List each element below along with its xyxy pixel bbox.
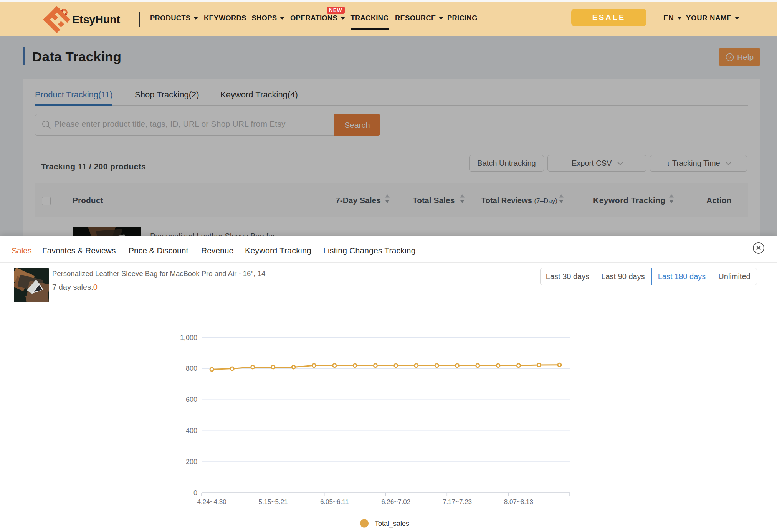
svg-text:1,000: 1,000 [180,334,197,342]
svg-text:6.05~6.11: 6.05~6.11 [320,498,349,506]
svg-text:7.17~7.23: 7.17~7.23 [443,498,472,506]
svg-text:400: 400 [186,427,197,435]
svg-text:0: 0 [193,489,197,497]
svg-text:8.07~8.13: 8.07~8.13 [504,498,533,506]
svg-text:600: 600 [186,396,197,403]
svg-text:5.15~5.21: 5.15~5.21 [258,498,288,506]
svg-text:800: 800 [186,365,197,372]
svg-text:6.26~7.02: 6.26~7.02 [381,498,410,506]
svg-text:200: 200 [186,458,197,466]
svg-text:Total_sales: Total_sales [375,520,409,528]
svg-text:4.24~4.30: 4.24~4.30 [197,498,226,506]
